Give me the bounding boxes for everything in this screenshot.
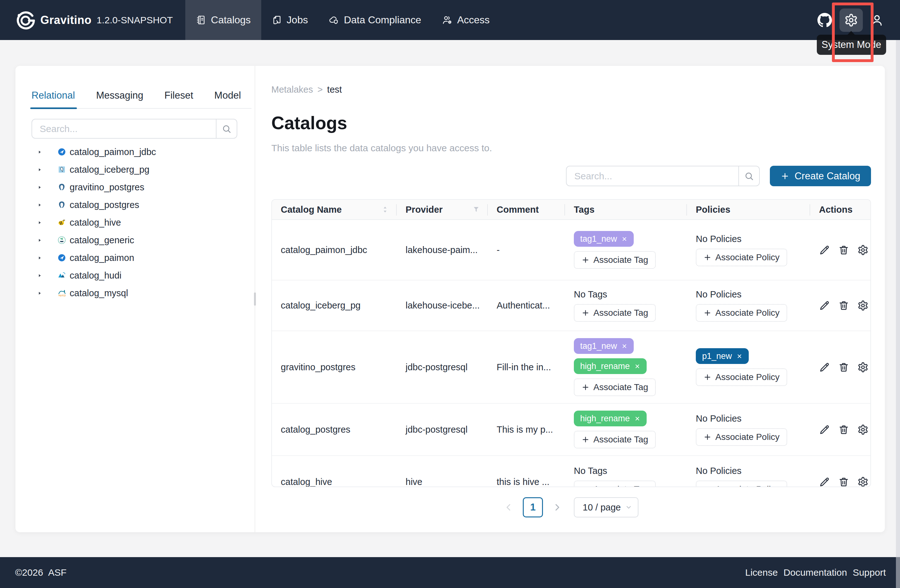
top-navbar: Gravitino 1.2.0-SNAPSHOT Catalogs Jobs D…: [0, 0, 900, 40]
policies-cell: No PoliciesAssociate Policy: [687, 404, 810, 455]
page-number[interactable]: 1: [523, 497, 543, 517]
associate-tag-button[interactable]: Associate Tag: [574, 481, 656, 487]
nav-tab-jobs[interactable]: Jobs: [261, 0, 318, 40]
tree-item[interactable]: gravitino_postgres: [16, 178, 254, 196]
tab-model[interactable]: Model: [214, 90, 241, 108]
settings-gear-icon[interactable]: [858, 362, 869, 373]
edit-pencil-icon[interactable]: [819, 476, 830, 487]
associate-policy-button[interactable]: Associate Policy: [696, 428, 787, 446]
tree-item-label: catalog_mysql: [70, 288, 128, 298]
brand[interactable]: Gravitino 1.2.0-SNAPSHOT: [0, 0, 173, 40]
page-size-select[interactable]: 10 / page: [574, 497, 638, 517]
catalog-name-cell[interactable]: catalog_iceberg_pg: [272, 281, 397, 330]
remove-tag-icon[interactable]: [635, 416, 640, 422]
caret-right-icon[interactable]: [37, 167, 42, 172]
page-title: Catalogs: [272, 113, 871, 133]
tab-relational[interactable]: Relational: [31, 90, 75, 108]
catalog-search-button[interactable]: [738, 166, 759, 186]
tab-messaging[interactable]: Messaging: [96, 90, 143, 108]
edit-pencil-icon[interactable]: [819, 362, 830, 373]
prev-page-button[interactable]: [504, 503, 514, 512]
tab-fileset[interactable]: Fileset: [164, 90, 193, 108]
caret-right-icon[interactable]: [37, 238, 42, 243]
remove-policy-icon[interactable]: [737, 353, 742, 359]
settings-gear-icon[interactable]: [858, 245, 869, 256]
tree-item[interactable]: MySQL catalog_mysql: [16, 284, 254, 302]
footer-link-license[interactable]: License: [745, 567, 778, 578]
create-catalog-button[interactable]: Create Catalog: [770, 166, 871, 186]
catalog-name-cell[interactable]: catalog_paimon_jdbc: [272, 220, 397, 280]
caret-right-icon[interactable]: [37, 185, 42, 190]
tag-chip-label: tag1_new: [580, 234, 617, 244]
sort-icon[interactable]: [381, 205, 389, 214]
column-header-catalog-name[interactable]: Catalog Name: [272, 200, 397, 219]
remove-tag-icon[interactable]: [621, 236, 627, 242]
plus-icon: [582, 256, 590, 264]
nav-tabs: Catalogs Jobs Data Compliance Access: [185, 0, 500, 40]
associate-tag-button[interactable]: Associate Tag: [574, 304, 656, 322]
associate-tag-button[interactable]: Associate Tag: [574, 251, 656, 269]
delete-trash-icon[interactable]: [838, 476, 849, 487]
tree-item-label: catalog_iceberg_pg: [70, 164, 149, 175]
catalog-search-input[interactable]: [566, 166, 738, 186]
table-row: gravitino_postgres jdbc-postgresql Fill-…: [272, 331, 871, 404]
provider-cell: jdbc-postgresql: [397, 331, 488, 403]
caret-right-icon[interactable]: [37, 150, 42, 154]
delete-trash-icon[interactable]: [838, 300, 849, 311]
next-page-button[interactable]: [552, 503, 562, 512]
delete-trash-icon[interactable]: [838, 424, 849, 435]
caret-right-icon[interactable]: [37, 273, 42, 278]
nav-tab-access[interactable]: Access: [432, 0, 500, 40]
system-mode-gear-button[interactable]: [839, 8, 863, 32]
associate-policy-button[interactable]: Associate Policy: [696, 249, 787, 266]
edit-pencil-icon[interactable]: [819, 300, 830, 311]
caret-right-icon[interactable]: [37, 203, 42, 207]
iceberg-icon: [57, 166, 66, 174]
catalog-name-cell[interactable]: catalog_postgres: [272, 404, 397, 455]
tree-item[interactable]: catalog_iceberg_pg: [16, 161, 254, 178]
actions-cell: [810, 220, 871, 280]
caret-right-icon[interactable]: [37, 220, 42, 225]
tree-item[interactable]: catalog_postgres: [16, 196, 254, 214]
settings-gear-icon[interactable]: [858, 476, 869, 487]
chevron-down-icon: [625, 504, 632, 511]
tree-item[interactable]: catalog_generic: [16, 231, 254, 249]
plus-icon: [703, 433, 712, 441]
tree-item-label: catalog_hudi: [70, 270, 121, 281]
settings-gear-icon[interactable]: [858, 300, 869, 311]
associate-policy-button[interactable]: Associate Policy: [696, 304, 787, 322]
policies-cell: No PoliciesAssociate Policy: [687, 281, 810, 330]
nav-tab-catalogs[interactable]: Catalogs: [185, 0, 261, 40]
associate-tag-button[interactable]: Associate Tag: [574, 379, 656, 396]
filter-icon[interactable]: [472, 205, 480, 214]
caret-right-icon[interactable]: [37, 256, 42, 260]
settings-gear-icon[interactable]: [858, 424, 869, 435]
tree-item[interactable]: catalog_paimon_jdbc: [16, 143, 254, 161]
associate-policy-button[interactable]: Associate Policy: [696, 481, 787, 487]
scrollbar-thumb[interactable]: [254, 292, 256, 306]
plus-icon: [703, 309, 712, 317]
remove-tag-icon[interactable]: [635, 363, 640, 369]
edit-pencil-icon[interactable]: [819, 424, 830, 435]
associate-tag-button[interactable]: Associate Tag: [574, 431, 656, 448]
sidebar-search-input[interactable]: [32, 119, 216, 138]
footer-link-support[interactable]: Support: [853, 567, 886, 578]
delete-trash-icon[interactable]: [838, 245, 849, 256]
user-icon[interactable]: [871, 14, 884, 27]
associate-policy-button[interactable]: Associate Policy: [696, 368, 787, 386]
edit-pencil-icon[interactable]: [819, 245, 830, 256]
catalog-name-cell[interactable]: gravitino_postgres: [272, 331, 397, 403]
tree-item[interactable]: catalog_hive: [16, 214, 254, 231]
footer-link-documentation[interactable]: Documentation: [784, 567, 847, 578]
breadcrumb-metalakes[interactable]: Metalakes: [272, 84, 313, 95]
page-scrollbar[interactable]: [896, 40, 900, 588]
nav-tab-data-compliance[interactable]: Data Compliance: [318, 0, 431, 40]
catalog-name-cell[interactable]: catalog_hive: [272, 456, 397, 487]
delete-trash-icon[interactable]: [838, 362, 849, 373]
tree-item[interactable]: catalog_paimon: [16, 249, 254, 267]
github-icon[interactable]: [818, 13, 832, 27]
tree-item[interactable]: catalog_hudi: [16, 267, 254, 284]
remove-tag-icon[interactable]: [621, 343, 627, 349]
caret-right-icon[interactable]: [37, 291, 42, 296]
sidebar-search-button[interactable]: [216, 119, 237, 138]
